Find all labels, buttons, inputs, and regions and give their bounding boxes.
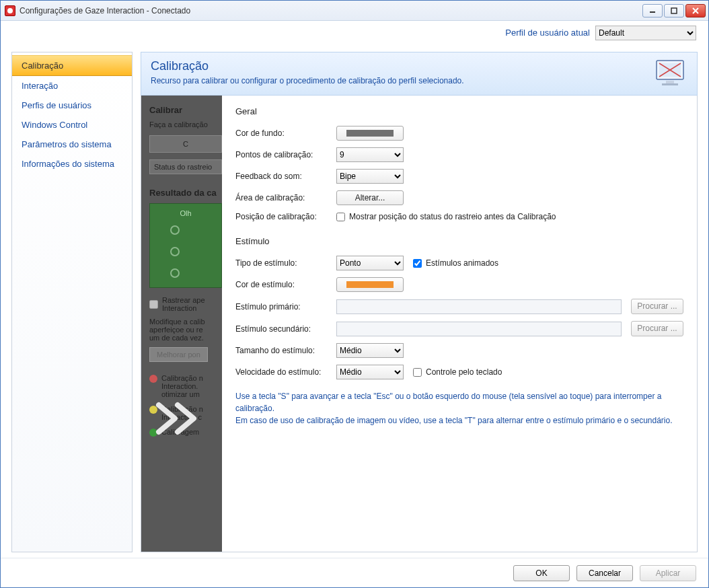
section-estimulo-title: Estímulo [235, 236, 683, 246]
profile-label: Perfil de usuário atual [505, 28, 590, 38]
ok-button[interactable]: OK [513, 565, 570, 581]
app-window: Configurações de Gaze Interaction - Cone… [0, 0, 709, 588]
page-title: Calibração [151, 59, 636, 73]
pos-checkbox[interactable] [336, 213, 345, 221]
note-text: Use a tecla "S" para avançar e a tecla "… [235, 390, 683, 427]
maximize-button[interactable] [664, 4, 684, 17]
cor-fundo-label: Cor de fundo: [235, 128, 336, 138]
bp-bullet-red: Calibração n Interaction. otimizar um [149, 374, 222, 398]
sec-browse-button[interactable]: Procurar ... [631, 321, 683, 336]
sidebar-item-parametros[interactable]: Parâmetros do sistema [12, 135, 132, 154]
bp-bullet-yellow: Calibração n Interaction c [149, 405, 222, 421]
tipo-select[interactable]: Ponto [336, 256, 404, 270]
pos-check-label: Mostrar posição do status do rastreio an… [349, 212, 556, 221]
minimize-button[interactable] [642, 4, 663, 17]
sidebar-item-informacoes[interactable]: Informações do sistema [12, 154, 132, 174]
apply-button[interactable]: Aplicar [640, 565, 696, 581]
bp-resultado-title: Resultado da ca [149, 188, 222, 198]
profile-bar: Perfil de usuário atual Default [1, 21, 708, 45]
page-description: Recurso para calibrar ou configurar o pr… [151, 76, 636, 85]
svg-rect-8 [666, 81, 674, 83]
app-icon [5, 5, 15, 16]
bp-box-status: Status do rastreio [149, 159, 222, 174]
bp-dot [170, 225, 180, 235]
monitor-icon [654, 58, 690, 87]
pontos-select[interactable]: 9 [336, 147, 404, 162]
bp-olho-label: Olh [154, 209, 217, 217]
cor-estimulo-label: Cor de estímulo: [235, 280, 336, 289]
cor-estimulo-button[interactable] [336, 277, 404, 292]
bp-melhorar-button: Melhorar pon [149, 347, 208, 362]
sidebar-item-interacao[interactable]: Interação [12, 76, 132, 96]
bp-green-area: Olh [149, 203, 222, 288]
bp-bullet-green: Calibragem [149, 428, 222, 437]
bp-calibrar-sub: Faça a calibração [149, 120, 222, 128]
veloc-label: Velocidade do estímulo: [235, 367, 336, 377]
close-icon [692, 7, 699, 14]
bp-box-c: C [149, 135, 222, 153]
window-title: Configurações de Gaze Interaction - Cone… [20, 6, 642, 15]
prim-label: Estímulo primário: [235, 302, 336, 311]
cor-estimulo-swatch [346, 281, 394, 288]
feedback-select[interactable]: Bipe [336, 169, 404, 184]
cancel-button[interactable]: Cancelar [576, 565, 633, 581]
tamanho-label: Tamanho do estímulo: [235, 346, 336, 355]
svg-rect-9 [662, 83, 678, 85]
prim-input[interactable] [336, 299, 622, 314]
bp-calibrar-title: Calibrar [149, 105, 222, 115]
sidebar-item-perfis[interactable]: Perfis de usuários [12, 96, 132, 115]
tamanho-select[interactable]: Médio [336, 343, 404, 358]
veloc-select[interactable]: Médio [336, 365, 404, 379]
teclado-checkbox[interactable] [413, 368, 422, 377]
bp-dot [170, 247, 180, 256]
maximize-icon [671, 7, 677, 14]
cor-fundo-button[interactable] [336, 126, 404, 141]
main-area: Calibração Interação Perfis de usuários … [1, 45, 708, 558]
bp-check-rastrear: Rastrear ape Interaction [149, 296, 222, 312]
pontos-label: Pontos de calibração: [235, 150, 336, 159]
tipo-label: Tipo de estímulo: [235, 258, 336, 268]
form-panel: Geral Cor de fundo: Pontos de calibração… [222, 96, 697, 552]
feedback-label: Feedback do som: [235, 172, 336, 181]
page-header: Calibração Recurso para calibrar ou conf… [141, 52, 698, 96]
back-panel: Calibrar Faça a calibração C Status do r… [141, 96, 222, 552]
sec-label: Estímulo secundário: [235, 324, 336, 334]
sec-input[interactable] [336, 322, 622, 336]
content: Calibração Recurso para calibrar ou conf… [141, 52, 698, 552]
minimize-icon [649, 7, 656, 14]
close-button[interactable] [685, 4, 706, 17]
animados-checkbox[interactable] [413, 259, 422, 268]
area-label: Área de calibração: [235, 193, 336, 203]
svg-rect-1 [671, 8, 677, 13]
sidebar-item-windows-control[interactable]: Windows Control [12, 115, 132, 135]
titlebar[interactable]: Configurações de Gaze Interaction - Cone… [1, 1, 708, 21]
sidebar-item-calibracao[interactable]: Calibração [12, 55, 132, 76]
teclado-label: Controle pelo teclado [426, 367, 502, 377]
section-geral-title: Geral [235, 106, 683, 116]
body-wrap: Calibrar Faça a calibração C Status do r… [141, 96, 698, 552]
bp-dot [170, 268, 180, 278]
footer: OK Cancelar Aplicar [1, 558, 708, 587]
cor-fundo-swatch [346, 130, 394, 137]
animados-label: Estímulos animados [426, 258, 498, 268]
area-alterar-button[interactable]: Alterar... [336, 190, 404, 205]
pos-label: Posição de calibração: [235, 212, 336, 221]
sidebar: Calibração Interação Perfis de usuários … [11, 52, 133, 552]
prim-browse-button[interactable]: Procurar ... [631, 299, 683, 314]
profile-select[interactable]: Default [595, 26, 696, 40]
